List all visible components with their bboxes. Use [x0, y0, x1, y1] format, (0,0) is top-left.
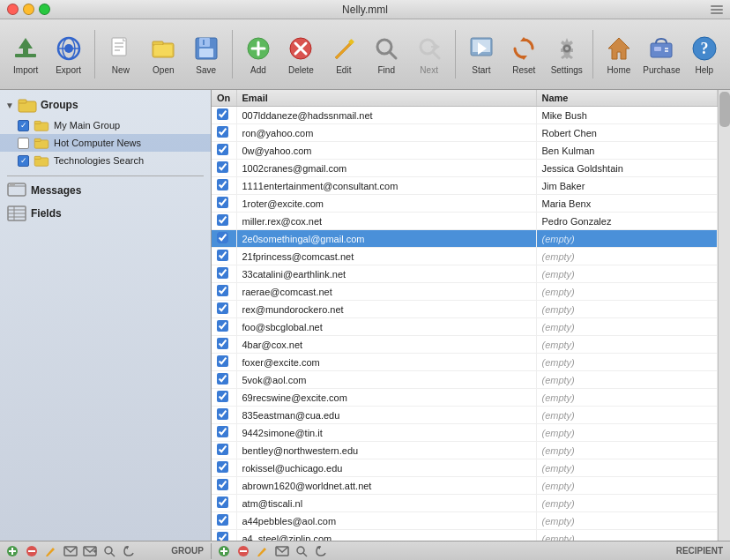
row-checkbox[interactable]: [217, 232, 228, 243]
row-checkbox[interactable]: [217, 285, 228, 296]
resize-control[interactable]: [711, 5, 723, 14]
purchase-button[interactable]: Purchase: [641, 25, 682, 85]
table-row[interactable]: rex@mundorockero.net(empty): [212, 301, 718, 318]
start-button[interactable]: Start: [461, 25, 502, 85]
row-checkbox[interactable]: [217, 250, 228, 261]
minimize-button[interactable]: [23, 4, 34, 15]
row-checkbox[interactable]: [217, 426, 228, 437]
row-checkbox[interactable]: [217, 479, 228, 490]
table-row[interactable]: 1111entertainment@consultant.comJim Bake…: [212, 177, 718, 195]
table-row[interactable]: 4bar@cox.net(empty): [212, 336, 718, 354]
row-checkbox[interactable]: [217, 391, 228, 402]
row-checkbox[interactable]: [217, 302, 228, 314]
email-group-button[interactable]: [62, 543, 79, 559]
search-group-button[interactable]: [101, 543, 118, 559]
import-button[interactable]: Import: [5, 25, 46, 85]
table-row[interactable]: ron@yahoo.comRobert Chen: [212, 124, 718, 142]
reset-button[interactable]: Reset: [503, 25, 544, 85]
row-checkbox[interactable]: [217, 320, 228, 332]
row-checkbox[interactable]: [217, 144, 228, 155]
hot-computer-news-checkbox[interactable]: [18, 138, 29, 149]
window-controls[interactable]: [7, 4, 50, 15]
add-recipient-button[interactable]: [215, 543, 233, 559]
export-button[interactable]: Export: [48, 25, 88, 85]
remove-recipient-button[interactable]: [235, 543, 252, 559]
row-checkbox[interactable]: [217, 161, 228, 173]
table-row[interactable]: 33catalini@earthlink.net(empty): [212, 265, 718, 283]
scrollbar-track[interactable]: [718, 90, 730, 541]
next-button[interactable]: Next: [408, 25, 449, 85]
add-group-button[interactable]: [4, 543, 21, 559]
row-checkbox[interactable]: [217, 355, 228, 367]
open-button[interactable]: Open: [143, 25, 183, 85]
sidebar-item-my-main-group[interactable]: My Main Group: [0, 116, 211, 134]
row-checkbox[interactable]: [217, 214, 228, 226]
edit-button[interactable]: Edit: [324, 25, 364, 85]
row-checkbox[interactable]: [217, 338, 228, 349]
table-row[interactable]: atm@tiscali.nl(empty): [212, 495, 718, 512]
maximize-button[interactable]: [39, 4, 50, 15]
table-row[interactable]: 0w@yahoo.comBen Kulman: [212, 142, 718, 160]
table-row[interactable]: 1002cranes@gmail.comJessica Goldshtain: [212, 160, 718, 177]
table-row[interactable]: 007lddaneze@hadssnmail.netMike Bush: [212, 107, 718, 124]
table-row[interactable]: abrown1620@worldnet.att.net(empty): [212, 477, 718, 495]
table-row[interactable]: rokissel@uchicago.edu(empty): [212, 459, 718, 477]
row-checkbox[interactable]: [217, 444, 228, 455]
my-main-group-checkbox[interactable]: [18, 120, 29, 131]
sidebar-item-hot-computer-news[interactable]: Hot Computer News: [0, 134, 211, 152]
sidebar-item-fields[interactable]: Fields: [0, 202, 211, 225]
sidebar-item-technologies-search[interactable]: Technologies Search: [0, 152, 211, 169]
edit-group-button[interactable]: [42, 543, 60, 559]
table-row[interactable]: foo@sbcglobal.net(empty): [212, 318, 718, 336]
help-button[interactable]: ? Help: [684, 25, 725, 85]
help-label: Help: [696, 65, 714, 75]
row-checkbox[interactable]: [217, 497, 228, 508]
new-button[interactable]: New: [101, 25, 141, 85]
table-row[interactable]: 2e0somethingal@gmail.com(empty): [212, 230, 718, 248]
table-row[interactable]: miller.rex@cox.netPedro Gonzalez: [212, 213, 718, 230]
table-row[interactable]: foxer@excite.com(empty): [212, 354, 718, 371]
email-recipient-button[interactable]: [273, 543, 291, 559]
row-checkbox[interactable]: [217, 408, 228, 420]
table-row[interactable]: 835eastman@cua.edu(empty): [212, 407, 718, 424]
table-row[interactable]: a44pebbles@aol.com(empty): [212, 512, 718, 530]
row-name-cell: (empty): [536, 301, 718, 318]
reset-icon: [510, 34, 538, 63]
table-row[interactable]: bentley@northwestern.edu(empty): [212, 442, 718, 459]
undo-recipient-button[interactable]: [312, 543, 330, 559]
delete-button[interactable]: Delete: [280, 25, 321, 85]
edit-recipient-button[interactable]: [254, 543, 272, 559]
home-button[interactable]: Home: [599, 25, 639, 85]
close-button[interactable]: [7, 4, 19, 15]
row-checkbox[interactable]: [217, 179, 228, 190]
row-checkbox[interactable]: [217, 514, 228, 526]
row-checkbox[interactable]: [217, 532, 228, 541]
settings-button[interactable]: Settings: [547, 25, 587, 85]
search-group-icon: [102, 544, 116, 558]
email-table[interactable]: On Email Name 007lddaneze@hadssnmail.net…: [212, 90, 718, 541]
save-button[interactable]: Save: [186, 25, 227, 85]
remove-group-button[interactable]: [23, 543, 41, 559]
row-checkbox[interactable]: [217, 461, 228, 473]
technologies-search-checkbox[interactable]: [18, 155, 29, 167]
table-row[interactable]: 9442simone@tin.it(empty): [212, 424, 718, 442]
find-button[interactable]: Find: [366, 25, 406, 85]
scrollbar-thumb[interactable]: [719, 92, 730, 127]
row-checkbox[interactable]: [217, 267, 228, 279]
row-checkbox[interactable]: [217, 126, 228, 138]
row-checkbox[interactable]: [217, 197, 228, 208]
table-row[interactable]: a4_steel@ziplip.com(empty): [212, 530, 718, 541]
undo-group-button[interactable]: [120, 543, 138, 559]
add-button[interactable]: Add: [238, 25, 279, 85]
table-row[interactable]: raerae@comcast.net(empty): [212, 283, 718, 301]
search-recipient-button[interactable]: [293, 543, 310, 559]
sidebar-item-messages[interactable]: Messages: [0, 179, 211, 202]
table-row[interactable]: 21fprincess@comcast.net(empty): [212, 248, 718, 265]
groups-header[interactable]: ▼ Groups: [0, 93, 211, 116]
send-group-button[interactable]: [81, 543, 99, 559]
table-row[interactable]: 69recswine@excite.com(empty): [212, 389, 718, 407]
row-checkbox[interactable]: [217, 108, 228, 120]
table-row[interactable]: 5vok@aol.com(empty): [212, 371, 718, 389]
table-row[interactable]: 1roter@excite.comMaria Benx: [212, 195, 718, 213]
row-checkbox[interactable]: [217, 373, 228, 385]
